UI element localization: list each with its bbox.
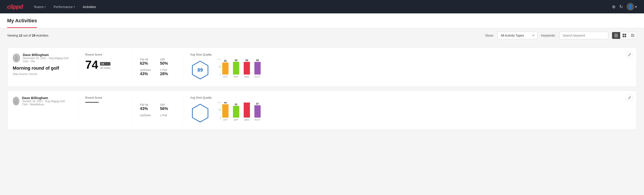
grid-icon (622, 34, 626, 37)
svg-rect-21 (222, 62, 228, 74)
grid-view-button[interactable] (620, 32, 628, 39)
list-icon (614, 34, 618, 37)
stat-value: 43% (140, 106, 156, 111)
card-left: Dave Billingham October 16, 2021 - Gog M… (13, 96, 71, 124)
svg-text:89: 89 (256, 59, 259, 62)
svg-text:90: 90 (235, 59, 238, 62)
svg-text:100: 100 (217, 102, 221, 103)
svg-text:94: 94 (224, 102, 227, 104)
svg-text:50: 50 (218, 109, 221, 111)
svg-rect-7 (631, 34, 634, 34)
page-header: My Activities (0, 14, 644, 28)
user-name: Dave Billingham (22, 96, 71, 100)
svg-rect-52 (254, 105, 261, 118)
svg-rect-8 (631, 35, 634, 35)
stat-value: 28% (160, 72, 176, 76)
avatar (13, 96, 20, 106)
avatar: 👤 (626, 3, 634, 10)
divider (132, 53, 133, 81)
stat-value: 43% (140, 72, 156, 76)
card-left: Dave Billingham December 05, 2021 - Gog … (13, 53, 71, 81)
edit-activity-button[interactable] (626, 51, 633, 58)
stats-grid: FW Hit 43% GIR 56% Up/Down 1 Putt (140, 103, 176, 117)
nav-item-activities[interactable]: Activities (79, 3, 100, 10)
divider (183, 53, 183, 81)
stat-label: Up/Down (140, 114, 156, 117)
hexagon-quality (190, 103, 210, 123)
activity-title: Morning round of golf (13, 66, 71, 71)
score-section: Round Score 74 +4 18 Holes (85, 53, 126, 81)
svg-text:ARG: ARG (244, 119, 249, 121)
divider (132, 96, 133, 124)
svg-rect-43 (222, 104, 228, 118)
stat-label: GIR (160, 58, 176, 61)
compact-view-button[interactable] (628, 32, 637, 39)
stats-section: FW Hit 43% GIR 56% Up/Down 1 Putt (140, 96, 176, 124)
stats-section: FW Hit 62% GIR 50% Up/Down 43% 1 Pu (140, 53, 176, 81)
nav-item-performance[interactable]: Performance ▾ (50, 3, 78, 10)
edit-activity-button[interactable] (626, 94, 633, 101)
user-icon (14, 98, 18, 104)
add-circle-icon[interactable]: ⊕ (612, 4, 616, 9)
divider (183, 96, 183, 124)
svg-point-33 (15, 99, 17, 102)
stat-label: FW Hit (140, 103, 156, 106)
svg-text:50: 50 (218, 66, 221, 68)
navbar: clippd Teams ▾ Performance ▾ Activities … (0, 0, 644, 14)
user-avatar-button[interactable]: 👤 ▾ (626, 3, 637, 10)
avg-shot-quality-section: Avg Shot Quality 89 100 50 0 85 OTT 90 (190, 53, 631, 81)
page-title: My Activities (7, 18, 37, 28)
edit-icon (628, 96, 631, 99)
svg-text:ARG: ARG (244, 76, 249, 78)
refresh-icon[interactable]: ↻ (619, 4, 623, 9)
nav-right: ⊕ ↻ 👤 ▾ (612, 3, 637, 10)
svg-rect-30 (254, 62, 261, 74)
nav-item-teams[interactable]: Teams ▾ (30, 3, 49, 10)
app-logo[interactable]: clippd (7, 3, 23, 10)
svg-text:85: 85 (224, 60, 227, 62)
stat-item: Up/Down (140, 114, 156, 117)
svg-text:82: 82 (235, 103, 238, 106)
score-badge: +4 (100, 62, 110, 66)
bar-chart: 100 50 0 94 OTT 82 APP 106 ARG 87 PUTT (216, 102, 265, 124)
svg-point-34 (14, 102, 18, 104)
user-info: Dave Billingham October 16, 2021 - Gog M… (13, 96, 71, 106)
svg-text:89: 89 (246, 59, 248, 62)
svg-text:OTT: OTT (223, 76, 228, 78)
activity-cards-container: Dave Billingham December 05, 2021 - Gog … (0, 43, 644, 134)
stat-label: 1 Putt (160, 68, 176, 72)
svg-rect-3 (622, 34, 624, 35)
svg-text:100: 100 (217, 59, 221, 60)
svg-text:APP: APP (234, 119, 238, 121)
svg-rect-10 (631, 36, 634, 37)
stat-label: FW Hit (140, 58, 156, 61)
round-score-display (85, 102, 126, 103)
filter-bar: Viewing 12 out of 29 Activities Show: Al… (0, 28, 644, 43)
stat-value: 56% (160, 106, 176, 111)
activity-type-select[interactable]: All Activity Types Round Practice (498, 32, 538, 39)
svg-rect-0 (614, 34, 618, 34)
activity-card: Dave Billingham December 05, 2021 - Gog … (7, 47, 637, 87)
holes-text: 18 Holes (100, 66, 110, 70)
avg-shot-quality-label: Avg Shot Quality (190, 96, 212, 99)
svg-rect-4 (624, 34, 626, 35)
stat-label: GIR (160, 103, 176, 106)
bar-chart: 100 50 0 85 OTT 90 APP 89 ARG 89 PUTT (216, 59, 265, 81)
list-view-button[interactable] (612, 32, 620, 39)
svg-rect-46 (233, 106, 239, 118)
svg-point-12 (14, 59, 18, 60)
round-score-label: Round Score (85, 53, 126, 56)
avg-shot-quality-section: Avg Shot Quality 100 50 0 94 OTT 82 (190, 96, 631, 124)
svg-marker-35 (192, 104, 208, 122)
score-section: Round Score (85, 96, 126, 124)
round-score-label: Round Score (85, 96, 126, 99)
keyword-search-input[interactable] (559, 32, 608, 39)
svg-rect-9 (631, 36, 634, 36)
svg-text:PUTT: PUTT (254, 76, 260, 78)
svg-rect-1 (614, 35, 618, 36)
svg-rect-49 (244, 103, 250, 118)
svg-text:0: 0 (220, 74, 221, 76)
avatar (13, 54, 20, 62)
viewing-count-text: Viewing 12 out of 29 Activities (7, 34, 48, 37)
show-label: Show: (485, 34, 494, 37)
